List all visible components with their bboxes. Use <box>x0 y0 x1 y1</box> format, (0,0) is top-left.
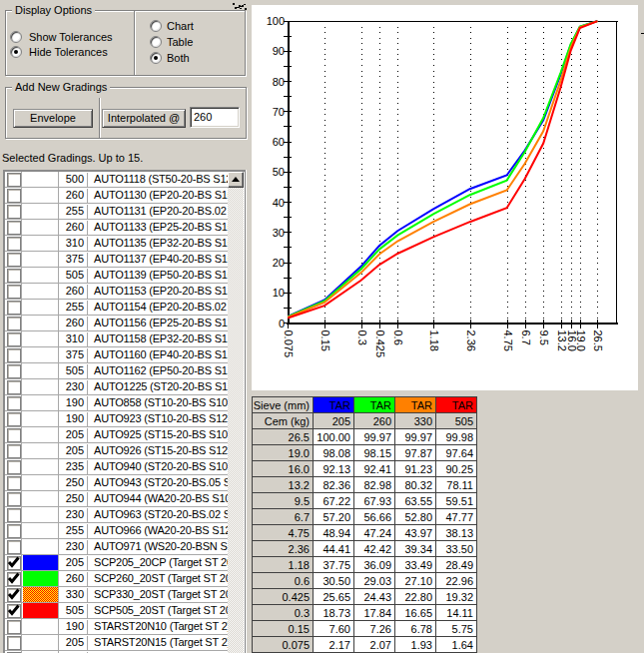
svg-text:100: 100 <box>267 15 285 27</box>
svg-text:9.5: 9.5 <box>538 330 550 345</box>
svg-text:70: 70 <box>273 106 285 118</box>
svg-text:19.0: 19.0 <box>575 330 587 351</box>
svg-text:6.7: 6.7 <box>520 330 532 345</box>
svg-text:30: 30 <box>273 227 285 239</box>
svg-text:0.6: 0.6 <box>392 330 404 345</box>
svg-text:0: 0 <box>279 318 285 329</box>
svg-text:60: 60 <box>273 136 285 148</box>
svg-text:10: 10 <box>273 287 285 299</box>
svg-text:50: 50 <box>273 166 285 178</box>
svg-text:0.15: 0.15 <box>320 330 331 351</box>
svg-text:0.3: 0.3 <box>356 330 368 345</box>
svg-text:1.18: 1.18 <box>428 330 440 351</box>
svg-text:26.5: 26.5 <box>592 330 604 351</box>
svg-text:2.36: 2.36 <box>465 330 477 351</box>
svg-text:4.75: 4.75 <box>502 330 514 351</box>
svg-text:90: 90 <box>273 45 285 57</box>
svg-text:80: 80 <box>273 76 285 88</box>
svg-text:0.425: 0.425 <box>374 330 386 358</box>
svg-text:0.075: 0.075 <box>283 330 295 358</box>
svg-text:20: 20 <box>273 257 285 269</box>
svg-text:40: 40 <box>273 197 285 209</box>
